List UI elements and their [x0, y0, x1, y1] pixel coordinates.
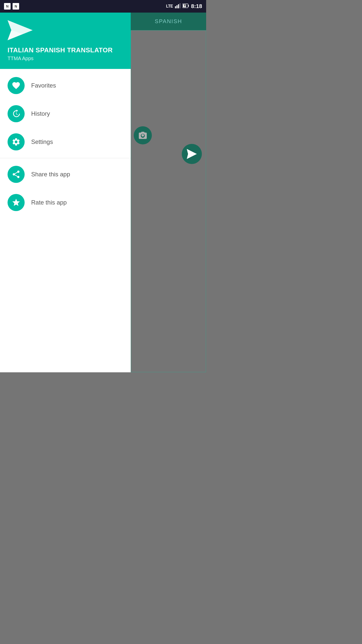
app-logo: [8, 20, 123, 41]
status-bar: N N LTE 8:18: [0, 0, 206, 13]
lte-icon: LTE: [166, 4, 173, 9]
settings-label: Settings: [31, 138, 53, 145]
app-content: [131, 30, 206, 372]
heart-icon: [12, 81, 21, 90]
navigation-drawer: ITALIAN SPANISH TRANSLATOR TTMA Apps Fav…: [0, 13, 131, 372]
share-icon-circle: [8, 166, 25, 183]
app-header: SPANISH: [131, 13, 206, 30]
camera-icon: [138, 131, 148, 140]
status-time: 8:18: [191, 3, 202, 10]
settings-icon-circle: [8, 133, 25, 150]
notification-icon-1: N: [4, 3, 11, 10]
menu-item-settings[interactable]: Settings: [0, 128, 131, 156]
app-panel: SPANISH: [131, 13, 206, 372]
menu-item-history[interactable]: History: [0, 100, 131, 128]
svg-rect-0: [175, 6, 176, 8]
svg-rect-5: [188, 5, 189, 7]
menu-divider: [0, 158, 131, 158]
status-bar-right: LTE 8:18: [166, 3, 202, 10]
history-label: History: [31, 110, 50, 117]
menu-item-rate[interactable]: Rate this app: [0, 188, 131, 217]
svg-rect-3: [179, 3, 180, 8]
favorites-label: Favorites: [31, 82, 56, 89]
share-label: Share this app: [31, 171, 70, 178]
app-title: ITALIAN SPANISH TRANSLATOR: [8, 46, 123, 54]
status-bar-left: N N: [4, 3, 19, 10]
drawer-menu: Favorites History Set: [0, 69, 131, 372]
battery-icon: [183, 3, 189, 9]
clock-icon: [12, 109, 21, 118]
svg-rect-2: [178, 4, 179, 8]
gear-icon: [12, 137, 21, 146]
history-icon-circle: [8, 105, 25, 122]
spanish-tab-label: SPANISH: [155, 18, 182, 25]
svg-rect-1: [176, 5, 177, 8]
share-icon: [12, 170, 21, 179]
send-icon: [187, 149, 197, 159]
camera-button[interactable]: [134, 126, 152, 144]
rate-icon-circle: [8, 194, 25, 211]
menu-item-favorites[interactable]: Favorites: [0, 71, 131, 100]
notification-icon-2: N: [13, 3, 19, 10]
svg-marker-9: [187, 149, 197, 159]
app-subtitle: TTMA Apps: [8, 56, 123, 61]
star-icon: [12, 198, 21, 207]
rate-label: Rate this app: [31, 199, 67, 206]
favorites-icon-circle: [8, 77, 25, 94]
send-button[interactable]: [182, 144, 202, 164]
main-container: ITALIAN SPANISH TRANSLATOR TTMA Apps Fav…: [0, 13, 206, 372]
signal-icon: [175, 3, 180, 10]
drawer-header: ITALIAN SPANISH TRANSLATOR TTMA Apps: [0, 13, 131, 69]
menu-item-share[interactable]: Share this app: [0, 160, 131, 188]
